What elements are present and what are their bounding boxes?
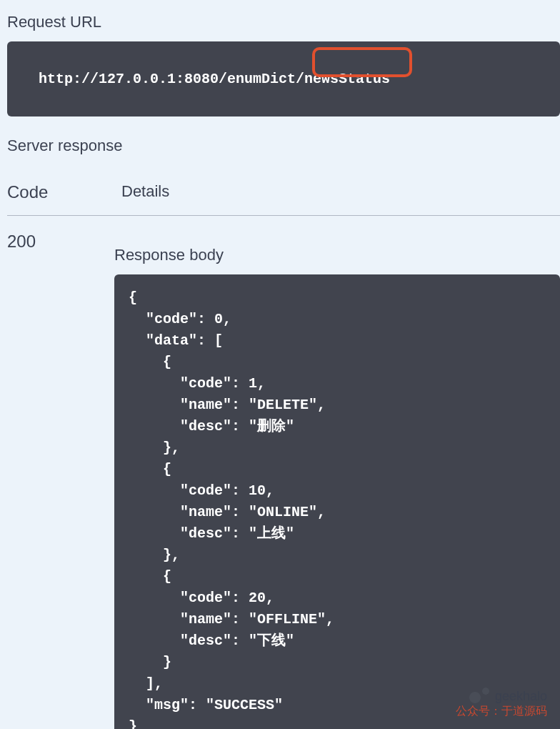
code-column-header: Code	[7, 182, 121, 202]
server-response-label: Server response	[0, 116, 560, 168]
response-headers-row: Code Details	[0, 168, 560, 215]
response-body-label: Response body	[114, 232, 560, 274]
response-body-code: { "code": 0, "data": [ { "code": 1, "nam…	[114, 274, 560, 729]
status-code: 200	[0, 232, 114, 729]
details-cell: Response body { "code": 0, "data": [ { "…	[114, 232, 560, 729]
request-url-box: http://127.0.0.1:8080/enumDict/newsStatu…	[7, 41, 560, 116]
request-url-label: Request URL	[0, 0, 560, 41]
details-column-header: Details	[121, 182, 169, 202]
watermark: geekhalo	[469, 688, 547, 705]
request-url-text: http://127.0.0.1:8080/enumDict/newsStatu…	[39, 71, 390, 87]
watermark-subtitle: 公众号：于道源码	[456, 704, 547, 719]
response-body-text: { "code": 0, "data": [ { "code": 1, "nam…	[129, 289, 334, 729]
chat-icon	[469, 688, 489, 705]
watermark-handle: geekhalo	[495, 689, 547, 704]
response-row: 200 Response body { "code": 0, "data": […	[0, 216, 560, 729]
